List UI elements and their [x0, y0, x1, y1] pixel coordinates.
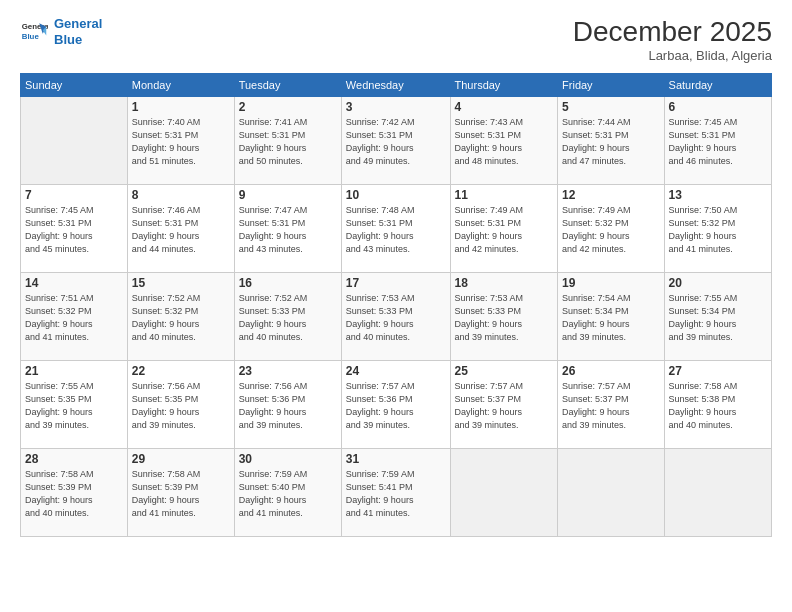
col-header-tuesday: Tuesday	[234, 74, 341, 97]
calendar-cell: 7Sunrise: 7:45 AM Sunset: 5:31 PM Daylig…	[21, 185, 128, 273]
calendar-cell: 3Sunrise: 7:42 AM Sunset: 5:31 PM Daylig…	[341, 97, 450, 185]
day-number: 18	[455, 276, 554, 290]
day-info: Sunrise: 7:49 AM Sunset: 5:32 PM Dayligh…	[562, 204, 660, 256]
day-info: Sunrise: 7:58 AM Sunset: 5:39 PM Dayligh…	[25, 468, 123, 520]
day-info: Sunrise: 7:48 AM Sunset: 5:31 PM Dayligh…	[346, 204, 446, 256]
calendar-cell: 6Sunrise: 7:45 AM Sunset: 5:31 PM Daylig…	[664, 97, 771, 185]
day-info: Sunrise: 7:57 AM Sunset: 5:37 PM Dayligh…	[562, 380, 660, 432]
calendar-cell: 25Sunrise: 7:57 AM Sunset: 5:37 PM Dayli…	[450, 361, 558, 449]
day-info: Sunrise: 7:41 AM Sunset: 5:31 PM Dayligh…	[239, 116, 337, 168]
day-info: Sunrise: 7:42 AM Sunset: 5:31 PM Dayligh…	[346, 116, 446, 168]
calendar-cell	[21, 97, 128, 185]
day-info: Sunrise: 7:53 AM Sunset: 5:33 PM Dayligh…	[346, 292, 446, 344]
calendar-cell: 10Sunrise: 7:48 AM Sunset: 5:31 PM Dayli…	[341, 185, 450, 273]
col-header-wednesday: Wednesday	[341, 74, 450, 97]
day-info: Sunrise: 7:52 AM Sunset: 5:32 PM Dayligh…	[132, 292, 230, 344]
day-info: Sunrise: 7:58 AM Sunset: 5:38 PM Dayligh…	[669, 380, 767, 432]
calendar-cell: 17Sunrise: 7:53 AM Sunset: 5:33 PM Dayli…	[341, 273, 450, 361]
day-number: 2	[239, 100, 337, 114]
calendar-cell: 20Sunrise: 7:55 AM Sunset: 5:34 PM Dayli…	[664, 273, 771, 361]
calendar-cell: 13Sunrise: 7:50 AM Sunset: 5:32 PM Dayli…	[664, 185, 771, 273]
calendar-cell: 23Sunrise: 7:56 AM Sunset: 5:36 PM Dayli…	[234, 361, 341, 449]
col-header-thursday: Thursday	[450, 74, 558, 97]
day-info: Sunrise: 7:55 AM Sunset: 5:34 PM Dayligh…	[669, 292, 767, 344]
calendar-cell: 14Sunrise: 7:51 AM Sunset: 5:32 PM Dayli…	[21, 273, 128, 361]
calendar-cell	[558, 449, 665, 537]
calendar-cell: 22Sunrise: 7:56 AM Sunset: 5:35 PM Dayli…	[127, 361, 234, 449]
svg-text:Blue: Blue	[22, 32, 40, 41]
calendar-cell: 26Sunrise: 7:57 AM Sunset: 5:37 PM Dayli…	[558, 361, 665, 449]
day-number: 12	[562, 188, 660, 202]
day-info: Sunrise: 7:44 AM Sunset: 5:31 PM Dayligh…	[562, 116, 660, 168]
calendar-cell	[450, 449, 558, 537]
day-number: 8	[132, 188, 230, 202]
day-info: Sunrise: 7:46 AM Sunset: 5:31 PM Dayligh…	[132, 204, 230, 256]
header: General Blue General Blue December 2025 …	[20, 16, 772, 63]
calendar-cell: 11Sunrise: 7:49 AM Sunset: 5:31 PM Dayli…	[450, 185, 558, 273]
location: Larbaa, Blida, Algeria	[573, 48, 772, 63]
day-number: 20	[669, 276, 767, 290]
day-number: 26	[562, 364, 660, 378]
day-info: Sunrise: 7:51 AM Sunset: 5:32 PM Dayligh…	[25, 292, 123, 344]
day-number: 23	[239, 364, 337, 378]
logo: General Blue General Blue	[20, 16, 102, 47]
calendar-week-row: 1Sunrise: 7:40 AM Sunset: 5:31 PM Daylig…	[21, 97, 772, 185]
day-info: Sunrise: 7:43 AM Sunset: 5:31 PM Dayligh…	[455, 116, 554, 168]
day-number: 5	[562, 100, 660, 114]
day-info: Sunrise: 7:57 AM Sunset: 5:37 PM Dayligh…	[455, 380, 554, 432]
calendar-cell: 28Sunrise: 7:58 AM Sunset: 5:39 PM Dayli…	[21, 449, 128, 537]
day-number: 17	[346, 276, 446, 290]
day-number: 13	[669, 188, 767, 202]
calendar-cell: 19Sunrise: 7:54 AM Sunset: 5:34 PM Dayli…	[558, 273, 665, 361]
day-number: 21	[25, 364, 123, 378]
page: General Blue General Blue December 2025 …	[0, 0, 792, 612]
col-header-monday: Monday	[127, 74, 234, 97]
calendar-cell: 2Sunrise: 7:41 AM Sunset: 5:31 PM Daylig…	[234, 97, 341, 185]
day-number: 11	[455, 188, 554, 202]
calendar-week-row: 7Sunrise: 7:45 AM Sunset: 5:31 PM Daylig…	[21, 185, 772, 273]
day-info: Sunrise: 7:56 AM Sunset: 5:36 PM Dayligh…	[239, 380, 337, 432]
day-number: 27	[669, 364, 767, 378]
day-info: Sunrise: 7:52 AM Sunset: 5:33 PM Dayligh…	[239, 292, 337, 344]
day-number: 7	[25, 188, 123, 202]
day-number: 4	[455, 100, 554, 114]
month-year: December 2025	[573, 16, 772, 48]
calendar-table: SundayMondayTuesdayWednesdayThursdayFrid…	[20, 73, 772, 537]
calendar-cell: 5Sunrise: 7:44 AM Sunset: 5:31 PM Daylig…	[558, 97, 665, 185]
day-number: 29	[132, 452, 230, 466]
day-info: Sunrise: 7:58 AM Sunset: 5:39 PM Dayligh…	[132, 468, 230, 520]
day-number: 3	[346, 100, 446, 114]
day-number: 25	[455, 364, 554, 378]
calendar-cell: 4Sunrise: 7:43 AM Sunset: 5:31 PM Daylig…	[450, 97, 558, 185]
calendar-cell: 16Sunrise: 7:52 AM Sunset: 5:33 PM Dayli…	[234, 273, 341, 361]
day-info: Sunrise: 7:45 AM Sunset: 5:31 PM Dayligh…	[669, 116, 767, 168]
calendar-cell: 21Sunrise: 7:55 AM Sunset: 5:35 PM Dayli…	[21, 361, 128, 449]
calendar-cell: 9Sunrise: 7:47 AM Sunset: 5:31 PM Daylig…	[234, 185, 341, 273]
day-info: Sunrise: 7:54 AM Sunset: 5:34 PM Dayligh…	[562, 292, 660, 344]
calendar-week-row: 21Sunrise: 7:55 AM Sunset: 5:35 PM Dayli…	[21, 361, 772, 449]
day-number: 14	[25, 276, 123, 290]
day-info: Sunrise: 7:47 AM Sunset: 5:31 PM Dayligh…	[239, 204, 337, 256]
calendar-cell: 15Sunrise: 7:52 AM Sunset: 5:32 PM Dayli…	[127, 273, 234, 361]
col-header-saturday: Saturday	[664, 74, 771, 97]
day-number: 24	[346, 364, 446, 378]
calendar-cell: 31Sunrise: 7:59 AM Sunset: 5:41 PM Dayli…	[341, 449, 450, 537]
calendar-week-row: 28Sunrise: 7:58 AM Sunset: 5:39 PM Dayli…	[21, 449, 772, 537]
col-header-sunday: Sunday	[21, 74, 128, 97]
day-number: 31	[346, 452, 446, 466]
calendar-cell: 1Sunrise: 7:40 AM Sunset: 5:31 PM Daylig…	[127, 97, 234, 185]
calendar-cell: 18Sunrise: 7:53 AM Sunset: 5:33 PM Dayli…	[450, 273, 558, 361]
day-info: Sunrise: 7:40 AM Sunset: 5:31 PM Dayligh…	[132, 116, 230, 168]
calendar-header-row: SundayMondayTuesdayWednesdayThursdayFrid…	[21, 74, 772, 97]
day-info: Sunrise: 7:59 AM Sunset: 5:40 PM Dayligh…	[239, 468, 337, 520]
day-info: Sunrise: 7:50 AM Sunset: 5:32 PM Dayligh…	[669, 204, 767, 256]
day-number: 9	[239, 188, 337, 202]
day-number: 28	[25, 452, 123, 466]
col-header-friday: Friday	[558, 74, 665, 97]
calendar-cell: 8Sunrise: 7:46 AM Sunset: 5:31 PM Daylig…	[127, 185, 234, 273]
day-number: 15	[132, 276, 230, 290]
day-number: 10	[346, 188, 446, 202]
calendar-cell: 30Sunrise: 7:59 AM Sunset: 5:40 PM Dayli…	[234, 449, 341, 537]
calendar-cell: 24Sunrise: 7:57 AM Sunset: 5:36 PM Dayli…	[341, 361, 450, 449]
day-number: 22	[132, 364, 230, 378]
